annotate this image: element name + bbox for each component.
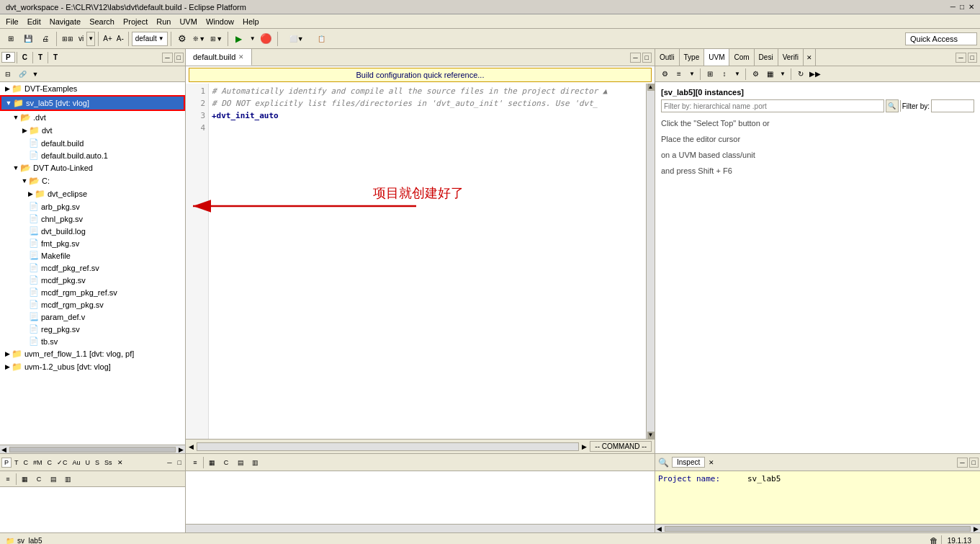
toolbar-a-minus[interactable]: A- xyxy=(115,35,125,43)
tab-t2[interactable]: T xyxy=(50,53,61,62)
tree-item-reg-pkg[interactable]: 📄 reg_pkg.sv xyxy=(0,323,185,335)
inspect-scroll-right-icon[interactable]: ▶ xyxy=(972,525,980,532)
tree-item-default-build-auto[interactable]: 📄 default.build.auto.1 xyxy=(0,149,185,161)
editor-hint-bar[interactable]: Build configuration quick reference... xyxy=(189,68,652,82)
tree-item-mcdf-pkg[interactable]: 📄 mcdf_pkg.sv xyxy=(0,274,185,286)
editor-tab-default-build[interactable]: default.build ✕ xyxy=(186,49,252,66)
tree-item-dvt-folder[interactable]: ▼ 📂 .dvt xyxy=(0,111,185,124)
inspect-scroll-left-icon[interactable]: ◀ xyxy=(655,525,663,532)
command-bar-btn[interactable]: -- COMMAND -- xyxy=(590,441,652,452)
bl-tab-check-c[interactable]: ✓C xyxy=(55,458,70,467)
right-toolbar-btn9[interactable]: ▼ xyxy=(778,68,788,81)
tree-item-mcdf-rgm-pkg[interactable]: 📄 mcdf_rgm_pkg.sv xyxy=(0,298,185,311)
bl-tb-btn5[interactable]: ▥ xyxy=(61,473,74,486)
right-toolbar-btn2[interactable]: ≡ xyxy=(673,68,685,81)
tree-item-default-build[interactable]: 📄 default.build xyxy=(0,137,185,149)
status-trash-icon[interactable]: 🗑 xyxy=(930,536,938,545)
bl-tab-s[interactable]: S xyxy=(93,458,102,467)
bc-tb-btn5[interactable]: ▥ xyxy=(248,456,261,469)
bl-tab-u[interactable]: U xyxy=(84,458,93,467)
toolbar-default-dropdown[interactable]: default ▼ xyxy=(132,32,168,46)
bl-tab-ss[interactable]: Ss xyxy=(102,458,114,467)
right-toolbar-btn11[interactable]: ▶▶ xyxy=(809,68,822,81)
toolbar-run-btn[interactable]: ▶ xyxy=(231,31,247,47)
tab-type[interactable]: Type xyxy=(680,49,705,66)
bc-tb-btn1[interactable]: ≡ xyxy=(189,456,202,469)
tab-t1[interactable]: T xyxy=(35,53,46,62)
menu-run[interactable]: Run xyxy=(152,16,175,27)
tree-item-param-def[interactable]: 📃 param_def.v xyxy=(0,311,185,323)
tree-item-arb-pkg[interactable]: 📄 arb_pkg.sv xyxy=(0,200,185,213)
inspect-scrollbar-h[interactable]: ◀ ▶ xyxy=(655,524,980,532)
tree-item-dvt-inner[interactable]: ▶ 📁 dvt xyxy=(0,124,185,137)
left-panel-max-btn[interactable]: □ xyxy=(174,53,184,63)
menu-help[interactable]: Help xyxy=(238,16,264,27)
right-toolbar-btn10[interactable]: ↻ xyxy=(794,68,807,81)
right-arrow-icon[interactable]: ▶ xyxy=(177,446,185,453)
bl-tab-au[interactable]: Au xyxy=(71,458,83,467)
bl-tab-t[interactable]: T xyxy=(12,458,21,467)
close-btn[interactable]: ✕ xyxy=(968,3,974,11)
bl-max-btn[interactable]: □ xyxy=(176,458,184,467)
toolbar-btn-1[interactable]: 💾 xyxy=(20,31,36,47)
tab-c[interactable]: C xyxy=(19,53,31,62)
toolbar-btn-3[interactable]: ⊞⊞ xyxy=(60,31,76,47)
right-toolbar-btn6[interactable]: ▼ xyxy=(732,68,742,81)
left-panel-scrollbar[interactable]: ◀ ▶ xyxy=(0,445,185,453)
panel-menu-btn[interactable]: ▼ xyxy=(30,68,40,81)
menu-file[interactable]: File xyxy=(1,16,23,27)
menu-window[interactable]: Window xyxy=(202,16,238,27)
bl-tab-p[interactable]: P xyxy=(1,458,12,468)
editor-tab-maximize[interactable]: □ xyxy=(642,53,652,63)
toolbar-vi-arrow[interactable]: ▼ xyxy=(86,32,95,46)
tab-close[interactable]: ✕ xyxy=(804,49,816,66)
tab-p[interactable]: P xyxy=(1,52,15,63)
toolbar-a-plus[interactable]: A+ xyxy=(102,35,114,43)
tree-item-c-drive[interactable]: ▼ 📂 C: xyxy=(0,174,185,187)
tab-inspect[interactable]: Inspect xyxy=(672,457,705,468)
editor-scrollbar-h[interactable] xyxy=(197,442,579,451)
toolbar-btn-8[interactable]: ⬜▼ xyxy=(281,31,313,47)
tree-item-uvm-ubus[interactable]: ▶ 📁 uvm-1.2_ubus [dvt: vlog] xyxy=(0,360,185,373)
tree-item-dvt-examples[interactable]: ▶ 📁 DVT-Examples xyxy=(0,82,185,95)
tree-item-tb[interactable]: 📄 tb.sv xyxy=(0,335,185,347)
bc-tb-btn2[interactable]: ▦ xyxy=(205,456,218,469)
toolbar-btn-2[interactable]: 🖨 xyxy=(37,31,53,47)
editor-tab-close[interactable]: ✕ xyxy=(238,53,244,61)
inspect-tab-close[interactable]: ✕ xyxy=(706,458,716,467)
maximize-btn[interactable]: □ xyxy=(960,3,964,11)
toolbar-gear-btn[interactable]: ⚙ xyxy=(174,31,190,47)
bl-tab-hash-m[interactable]: #M xyxy=(31,458,45,467)
tab-desi[interactable]: Desi xyxy=(755,49,778,66)
bl-tb-btn3[interactable]: C xyxy=(32,473,45,486)
menu-edit[interactable]: Edit xyxy=(23,16,45,27)
left-panel-min-btn[interactable]: ─ xyxy=(162,53,172,63)
menu-uvm[interactable]: UVM xyxy=(175,16,201,27)
link-editor-btn[interactable]: 🔗 xyxy=(16,68,29,81)
minimize-btn[interactable]: ─ xyxy=(950,3,956,11)
collapse-all-btn[interactable]: ⊟ xyxy=(1,68,14,81)
filter-btn[interactable]: 🔍 xyxy=(886,99,899,112)
right-toolbar-btn5[interactable]: ↕ xyxy=(718,68,731,81)
tree-item-mcdf-pkg-ref[interactable]: 📄 mcdf_pkg_ref.sv xyxy=(0,262,185,274)
filter-input-1[interactable] xyxy=(661,99,884,112)
tab-uvm[interactable]: UVM xyxy=(704,49,729,66)
code-content[interactable]: # Automatically identify and compile all… xyxy=(209,84,646,439)
toolbar-btn-7[interactable]: 🔴 xyxy=(259,31,274,47)
editor-tab-minimize[interactable]: ─ xyxy=(630,53,640,63)
tab-com[interactable]: Com xyxy=(729,49,754,66)
br-max-btn[interactable]: □ xyxy=(969,458,979,468)
right-toolbar-btn8[interactable]: ▦ xyxy=(763,68,776,81)
toolbar-btn-9[interactable]: 📋 xyxy=(314,31,330,47)
toolbar-run-arrow[interactable]: ▼ xyxy=(248,31,257,47)
bl-tb-btn1[interactable]: ≡ xyxy=(1,473,14,486)
tab-outline[interactable]: Outli xyxy=(655,49,680,66)
menu-search[interactable]: Search xyxy=(85,16,119,27)
bl-min-btn[interactable]: ─ xyxy=(165,458,174,467)
tree-item-uvm-ref-flow[interactable]: ▶ 📁 uvm_ref_flow_1.1 [dvt: vlog, pf] xyxy=(0,347,185,360)
toolbar-btn-5[interactable]: ❊▼ xyxy=(192,31,207,47)
toolbar-btn-6[interactable]: ⊞▼ xyxy=(209,31,225,47)
tree-item-dvt-eclipse[interactable]: ▶ 📁 dvt_eclipse xyxy=(0,187,185,200)
right-toolbar-btn1[interactable]: ⚙ xyxy=(658,68,671,81)
menu-project[interactable]: Project xyxy=(119,16,152,27)
